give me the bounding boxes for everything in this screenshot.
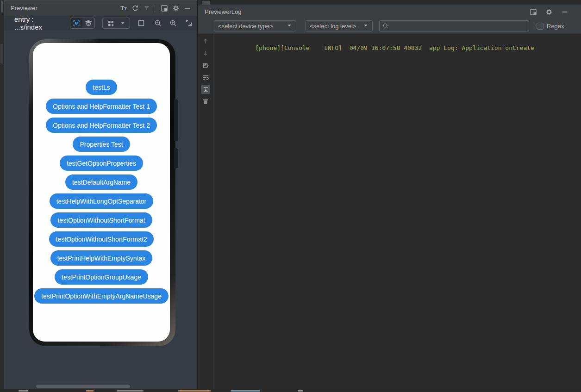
device-type-select[interactable]: <select device type> (214, 20, 296, 31)
components-grid-icon (106, 18, 116, 28)
expand-icon[interactable] (184, 18, 194, 28)
device-volume-button (174, 100, 178, 141)
console-gutter (198, 34, 213, 389)
preview-app-button[interactable]: testOptionWithoutShortFormat2 (49, 231, 154, 247)
previewer-toolbar: entry : ...s/index (4, 16, 197, 31)
filter-icon[interactable] (142, 3, 152, 13)
chevron-down-icon (287, 23, 292, 30)
zoom-in-icon[interactable] (169, 18, 178, 28)
panel-layout-icon[interactable] (159, 3, 169, 13)
preview-target-label: entry : ...s/index (14, 15, 61, 31)
arrow-up-icon[interactable] (201, 37, 210, 46)
device-type-value: <select device type> (218, 23, 273, 30)
clipped-text-fragment (231, 390, 260, 392)
device-power-button (174, 148, 178, 168)
previewer-log-title: PreviewerLog (205, 8, 242, 15)
previewer-log-panel: PreviewerLog <select device type> (198, 0, 581, 389)
gear-icon[interactable] (171, 3, 181, 13)
scroll-to-end-icon[interactable] (201, 85, 210, 94)
search-icon (382, 23, 389, 30)
clipped-left-fragment (0, 44, 3, 63)
preview-app-button[interactable]: Options and HelpFormatter Test 2 (46, 118, 157, 133)
preview-app-button[interactable]: testLs (86, 80, 117, 95)
preview-app-button[interactable]: Properties Test (73, 137, 130, 152)
clipped-top-edge (198, 0, 581, 5)
arrow-down-icon[interactable] (201, 49, 210, 58)
clipped-text-fragment (298, 390, 303, 392)
clipped-text-fragment (19, 390, 28, 392)
previewer-title: Previewer (11, 5, 37, 12)
regex-label: Regex (547, 23, 564, 30)
log-level-select[interactable]: <select log level> (306, 20, 373, 31)
toolbar-divider (155, 5, 155, 12)
preview-app-button[interactable]: testGetOptionProperties (60, 156, 143, 171)
preview-app-button[interactable]: testHelpWithLongOptSeparator (50, 193, 154, 209)
font-size-icon[interactable]: TT (119, 3, 129, 13)
zoom-out-icon[interactable] (153, 18, 163, 28)
log-console: [phone][Console INFO] 04/09 16:07:58 408… (198, 34, 581, 389)
clipped-tab (202, 1, 210, 5)
log-line: [phone][Console INFO] 04/09 16:07:58 408… (255, 44, 534, 51)
clipped-text-fragment (117, 390, 144, 392)
layers-icon[interactable] (82, 18, 94, 28)
log-level-value: <select log level> (310, 23, 356, 30)
console-output[interactable]: [phone][Console INFO] 04/09 16:07:58 408… (213, 34, 581, 389)
log-search-box (379, 20, 529, 31)
preview-app-button[interactable]: testPrintHelpWithEmptySyntax (50, 250, 153, 266)
soft-wrap-icon[interactable] (201, 73, 210, 82)
previewer-panel: Previewer TT (4, 0, 197, 389)
clear-all-icon[interactable] (201, 97, 210, 106)
layout-grid-selector[interactable] (102, 18, 130, 29)
clipped-text-fragment (178, 390, 211, 392)
inspect-icon[interactable] (70, 18, 82, 28)
preview-viewport: testLsOptions and HelpFormatter Test 1Op… (4, 31, 197, 389)
refresh-icon[interactable] (130, 3, 140, 13)
preview-app-button[interactable]: testOptionWithoutShortFormat (50, 212, 152, 228)
search-input[interactable] (389, 22, 526, 30)
edit-log-icon[interactable] (201, 61, 210, 70)
main-row: Previewer TT (0, 0, 581, 389)
previewer-log-header: PreviewerLog (198, 5, 581, 19)
preview-app-button[interactable]: testDefaultArgName (65, 174, 137, 190)
preview-app-button[interactable]: Options and HelpFormatter Test 1 (46, 99, 157, 114)
gear-icon[interactable] (544, 7, 554, 17)
preview-app-button[interactable]: testPrintOptionGroupUsage (55, 269, 148, 285)
clipped-editor-row (0, 389, 581, 392)
clipped-text-fragment (86, 390, 94, 392)
chevron-down-icon (118, 18, 128, 28)
clipped-left-panel-edge (0, 0, 4, 389)
log-filter-toolbar: <select device type> <select log level> (198, 19, 581, 34)
preview-app-button[interactable]: testPrintOptionWithEmptyArgNameUsage (34, 288, 169, 304)
previewer-header: Previewer TT (4, 0, 197, 16)
hide-panel-icon[interactable] (182, 3, 193, 13)
regex-toggle[interactable]: Regex (537, 23, 564, 30)
horizontal-scrollbar[interactable] (36, 385, 130, 388)
ide-window: Previewer TT (0, 0, 581, 392)
chevron-down-icon (363, 23, 369, 30)
device-screen: testLsOptions and HelpFormatter Test 1Op… (33, 43, 170, 342)
clipped-scrollbar (1, 0, 3, 12)
preview-mode-toggle (70, 18, 94, 29)
hide-panel-icon[interactable] (560, 7, 570, 17)
regex-checkbox[interactable] (537, 23, 544, 30)
device-frame: testLsOptions and HelpFormatter Test 1Op… (29, 39, 175, 346)
panel-layout-icon[interactable] (528, 7, 538, 17)
frame-bounds-icon[interactable] (137, 18, 146, 28)
